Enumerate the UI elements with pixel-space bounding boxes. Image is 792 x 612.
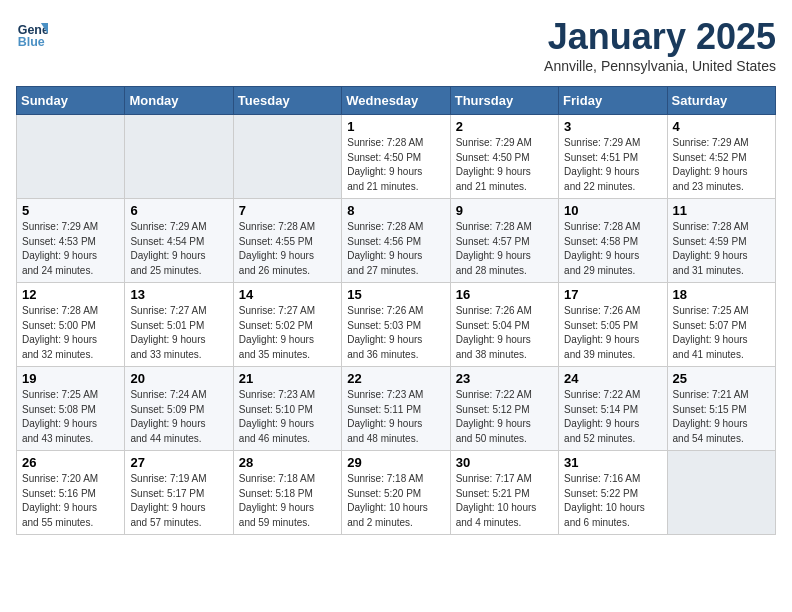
day-info: Sunrise: 7:22 AM Sunset: 5:14 PM Dayligh… [564,388,661,446]
day-info: Sunrise: 7:17 AM Sunset: 5:21 PM Dayligh… [456,472,553,530]
day-info: Sunrise: 7:28 AM Sunset: 4:56 PM Dayligh… [347,220,444,278]
calendar-week-5: 26Sunrise: 7:20 AM Sunset: 5:16 PM Dayli… [17,451,776,535]
day-info: Sunrise: 7:28 AM Sunset: 4:50 PM Dayligh… [347,136,444,194]
calendar-cell: 16Sunrise: 7:26 AM Sunset: 5:04 PM Dayli… [450,283,558,367]
day-info: Sunrise: 7:23 AM Sunset: 5:10 PM Dayligh… [239,388,336,446]
day-info: Sunrise: 7:18 AM Sunset: 5:20 PM Dayligh… [347,472,444,530]
day-number: 2 [456,119,553,134]
day-info: Sunrise: 7:27 AM Sunset: 5:02 PM Dayligh… [239,304,336,362]
day-number: 6 [130,203,227,218]
calendar-cell: 11Sunrise: 7:28 AM Sunset: 4:59 PM Dayli… [667,199,775,283]
day-number: 27 [130,455,227,470]
day-info: Sunrise: 7:28 AM Sunset: 4:59 PM Dayligh… [673,220,770,278]
day-info: Sunrise: 7:28 AM Sunset: 5:00 PM Dayligh… [22,304,119,362]
day-number: 8 [347,203,444,218]
day-number: 15 [347,287,444,302]
weekday-header-friday: Friday [559,87,667,115]
day-number: 20 [130,371,227,386]
calendar-cell: 24Sunrise: 7:22 AM Sunset: 5:14 PM Dayli… [559,367,667,451]
day-number: 17 [564,287,661,302]
calendar-cell: 10Sunrise: 7:28 AM Sunset: 4:58 PM Dayli… [559,199,667,283]
weekday-header-monday: Monday [125,87,233,115]
weekday-header-saturday: Saturday [667,87,775,115]
calendar-cell: 22Sunrise: 7:23 AM Sunset: 5:11 PM Dayli… [342,367,450,451]
day-info: Sunrise: 7:23 AM Sunset: 5:11 PM Dayligh… [347,388,444,446]
day-info: Sunrise: 7:22 AM Sunset: 5:12 PM Dayligh… [456,388,553,446]
weekday-header-sunday: Sunday [17,87,125,115]
calendar-cell: 30Sunrise: 7:17 AM Sunset: 5:21 PM Dayli… [450,451,558,535]
day-info: Sunrise: 7:29 AM Sunset: 4:53 PM Dayligh… [22,220,119,278]
calendar-cell: 28Sunrise: 7:18 AM Sunset: 5:18 PM Dayli… [233,451,341,535]
calendar-week-1: 1Sunrise: 7:28 AM Sunset: 4:50 PM Daylig… [17,115,776,199]
day-number: 12 [22,287,119,302]
day-number: 1 [347,119,444,134]
calendar-cell: 17Sunrise: 7:26 AM Sunset: 5:05 PM Dayli… [559,283,667,367]
day-info: Sunrise: 7:28 AM Sunset: 4:58 PM Dayligh… [564,220,661,278]
day-info: Sunrise: 7:21 AM Sunset: 5:15 PM Dayligh… [673,388,770,446]
calendar-cell: 14Sunrise: 7:27 AM Sunset: 5:02 PM Dayli… [233,283,341,367]
calendar-cell [125,115,233,199]
day-number: 10 [564,203,661,218]
day-number: 9 [456,203,553,218]
calendar-cell: 5Sunrise: 7:29 AM Sunset: 4:53 PM Daylig… [17,199,125,283]
day-info: Sunrise: 7:27 AM Sunset: 5:01 PM Dayligh… [130,304,227,362]
calendar-week-3: 12Sunrise: 7:28 AM Sunset: 5:00 PM Dayli… [17,283,776,367]
day-info: Sunrise: 7:26 AM Sunset: 5:04 PM Dayligh… [456,304,553,362]
day-number: 30 [456,455,553,470]
calendar-table: SundayMondayTuesdayWednesdayThursdayFrid… [16,86,776,535]
calendar-cell: 23Sunrise: 7:22 AM Sunset: 5:12 PM Dayli… [450,367,558,451]
day-info: Sunrise: 7:24 AM Sunset: 5:09 PM Dayligh… [130,388,227,446]
day-info: Sunrise: 7:25 AM Sunset: 5:07 PM Dayligh… [673,304,770,362]
calendar-cell: 7Sunrise: 7:28 AM Sunset: 4:55 PM Daylig… [233,199,341,283]
day-info: Sunrise: 7:25 AM Sunset: 5:08 PM Dayligh… [22,388,119,446]
calendar-cell: 29Sunrise: 7:18 AM Sunset: 5:20 PM Dayli… [342,451,450,535]
calendar-cell: 3Sunrise: 7:29 AM Sunset: 4:51 PM Daylig… [559,115,667,199]
location-subtitle: Annville, Pennsylvania, United States [544,58,776,74]
day-info: Sunrise: 7:20 AM Sunset: 5:16 PM Dayligh… [22,472,119,530]
day-number: 26 [22,455,119,470]
calendar-cell: 8Sunrise: 7:28 AM Sunset: 4:56 PM Daylig… [342,199,450,283]
calendar-cell [667,451,775,535]
calendar-cell: 31Sunrise: 7:16 AM Sunset: 5:22 PM Dayli… [559,451,667,535]
weekday-header-tuesday: Tuesday [233,87,341,115]
calendar-cell: 1Sunrise: 7:28 AM Sunset: 4:50 PM Daylig… [342,115,450,199]
day-number: 3 [564,119,661,134]
page-header: General Blue January 2025 Annville, Penn… [16,16,776,74]
day-number: 21 [239,371,336,386]
day-number: 16 [456,287,553,302]
day-info: Sunrise: 7:26 AM Sunset: 5:03 PM Dayligh… [347,304,444,362]
day-number: 25 [673,371,770,386]
day-info: Sunrise: 7:29 AM Sunset: 4:51 PM Dayligh… [564,136,661,194]
logo: General Blue [16,16,48,48]
day-number: 31 [564,455,661,470]
calendar-cell: 25Sunrise: 7:21 AM Sunset: 5:15 PM Dayli… [667,367,775,451]
day-number: 18 [673,287,770,302]
logo-icon: General Blue [16,16,48,48]
calendar-cell: 15Sunrise: 7:26 AM Sunset: 5:03 PM Dayli… [342,283,450,367]
calendar-cell: 26Sunrise: 7:20 AM Sunset: 5:16 PM Dayli… [17,451,125,535]
day-info: Sunrise: 7:29 AM Sunset: 4:50 PM Dayligh… [456,136,553,194]
day-info: Sunrise: 7:28 AM Sunset: 4:57 PM Dayligh… [456,220,553,278]
weekday-header-wednesday: Wednesday [342,87,450,115]
day-number: 28 [239,455,336,470]
calendar-cell: 2Sunrise: 7:29 AM Sunset: 4:50 PM Daylig… [450,115,558,199]
day-number: 29 [347,455,444,470]
calendar-week-2: 5Sunrise: 7:29 AM Sunset: 4:53 PM Daylig… [17,199,776,283]
calendar-cell: 9Sunrise: 7:28 AM Sunset: 4:57 PM Daylig… [450,199,558,283]
calendar-cell: 13Sunrise: 7:27 AM Sunset: 5:01 PM Dayli… [125,283,233,367]
calendar-cell: 20Sunrise: 7:24 AM Sunset: 5:09 PM Dayli… [125,367,233,451]
calendar-cell [233,115,341,199]
day-info: Sunrise: 7:29 AM Sunset: 4:54 PM Dayligh… [130,220,227,278]
calendar-cell: 21Sunrise: 7:23 AM Sunset: 5:10 PM Dayli… [233,367,341,451]
calendar-cell: 12Sunrise: 7:28 AM Sunset: 5:00 PM Dayli… [17,283,125,367]
day-info: Sunrise: 7:19 AM Sunset: 5:17 PM Dayligh… [130,472,227,530]
month-title: January 2025 [544,16,776,58]
day-number: 19 [22,371,119,386]
svg-text:Blue: Blue [18,35,45,48]
day-number: 24 [564,371,661,386]
calendar-cell: 4Sunrise: 7:29 AM Sunset: 4:52 PM Daylig… [667,115,775,199]
day-info: Sunrise: 7:29 AM Sunset: 4:52 PM Dayligh… [673,136,770,194]
day-info: Sunrise: 7:18 AM Sunset: 5:18 PM Dayligh… [239,472,336,530]
calendar-cell [17,115,125,199]
day-number: 23 [456,371,553,386]
